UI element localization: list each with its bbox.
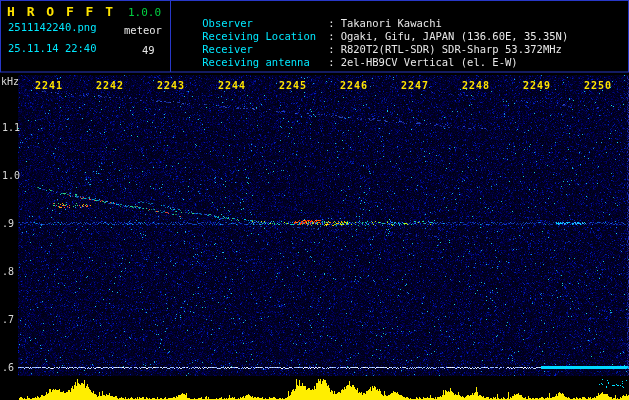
count-label: 49 bbox=[142, 44, 155, 56]
y-tick: .8 bbox=[2, 266, 14, 277]
x-tick: 2245 bbox=[279, 80, 307, 91]
y-tick: 1.0 bbox=[2, 170, 20, 181]
y-axis-unit: kHz bbox=[1, 76, 19, 87]
x-tick: 2241 bbox=[35, 80, 63, 91]
y-tick: 1.1 bbox=[2, 122, 20, 133]
x-tick: 2248 bbox=[462, 80, 490, 91]
x-tick: 2243 bbox=[157, 80, 185, 91]
app-title: H R O F F T bbox=[7, 4, 115, 19]
info-value: 2el-HB9CV Vertical (el. E-W) bbox=[341, 56, 518, 68]
x-tick: 2250 bbox=[584, 80, 612, 91]
x-tick: 2249 bbox=[523, 80, 551, 91]
colon-separator: : bbox=[328, 56, 334, 68]
mode-label: meteor bbox=[124, 24, 162, 36]
datetime-label: 25.11.14 22:40 bbox=[8, 42, 97, 54]
info-label: Receiving antenna bbox=[202, 56, 328, 69]
hrofft-window: H R O F F T 1.0.0 2511142240.png meteor … bbox=[0, 0, 629, 400]
y-tick: .7 bbox=[2, 314, 14, 325]
x-tick: 2242 bbox=[96, 80, 124, 91]
info-row-antenna: Receiving antenna:2el-HB9CV Vertical (el… bbox=[177, 43, 518, 82]
x-tick: 2246 bbox=[340, 80, 368, 91]
y-tick: .6 bbox=[2, 362, 14, 373]
y-tick: .9 bbox=[2, 218, 14, 229]
x-tick: 2247 bbox=[401, 80, 429, 91]
app-version: 1.0.0 bbox=[128, 6, 161, 19]
output-filename: 2511142240.png bbox=[8, 21, 97, 33]
x-tick: 2244 bbox=[218, 80, 246, 91]
